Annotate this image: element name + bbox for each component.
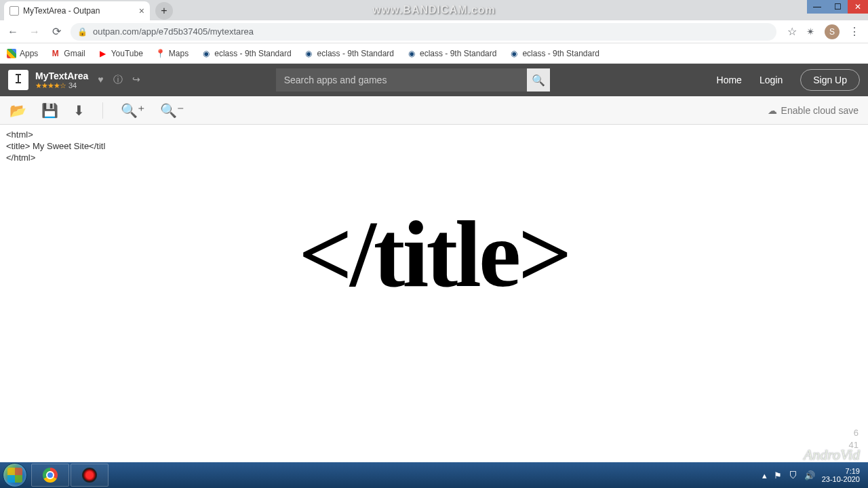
app-logo[interactable] (8, 70, 28, 90)
rating-count: 34 (68, 81, 77, 89)
tray-network-icon[interactable]: ⛉ (789, 470, 797, 481)
open-file-icon[interactable]: 📂 (9, 102, 26, 119)
url-input[interactable]: 🔒 outpan.com/app/e7d5b37405/mytextarea (71, 23, 776, 41)
system-tray: ▴ ⚑ ⛉ 🔊 7:19 23-10-2020 (762, 467, 865, 483)
heart-icon[interactable]: ♥ (98, 74, 103, 86)
toolbar-separator (102, 102, 103, 119)
forward-button[interactable]: → (27, 24, 42, 39)
androvid-watermark: AndroVid (804, 446, 860, 464)
tray-clock[interactable]: 7:19 23-10-2020 (822, 467, 860, 483)
taskbar-recorder[interactable] (71, 464, 108, 487)
eclass-icon: ◉ (304, 48, 314, 58)
app-title: MyTextArea (35, 70, 88, 81)
rating-stars: ★★★★☆ (35, 81, 66, 90)
bookmark-maps[interactable]: 📍Maps (155, 48, 189, 58)
bookmark-label: eclass - 9th Standard (420, 49, 496, 58)
apps-icon (7, 49, 16, 58)
cloud-save-toggle[interactable]: ☁ Enable cloud save (768, 105, 859, 116)
eclass-icon: ◉ (201, 48, 211, 58)
nav-home[interactable]: Home (717, 75, 742, 85)
tab-close-icon[interactable]: × (139, 5, 144, 16)
bookmark-label: Gmail (64, 49, 85, 58)
lock-icon: 🔒 (77, 27, 87, 37)
cloud-icon: ☁ (768, 105, 777, 116)
tray-time: 7:19 (822, 467, 860, 475)
bookmark-eclass-3[interactable]: ◉eclass - 9th Standard (406, 48, 496, 58)
window-close-button[interactable]: ✕ (848, 0, 868, 14)
browser-address-bar: ← → ⟳ 🔒 outpan.com/app/e7d5b37405/mytext… (0, 20, 868, 43)
download-icon[interactable]: ⬇ (73, 102, 85, 119)
tab-favicon (9, 6, 19, 16)
youtube-icon: ▶ (98, 48, 108, 58)
editor-toolbar: 📂 💾 ⬇ 🔍⁺ 🔍⁻ ☁ Enable cloud save (0, 96, 868, 125)
bookmark-label: Apps (20, 49, 38, 58)
maps-icon: 📍 (155, 48, 165, 58)
record-icon (82, 468, 97, 483)
windows-taskbar: ▴ ⚑ ⛉ 🔊 7:19 23-10-2020 (0, 462, 868, 488)
eclass-icon: ◉ (406, 48, 416, 58)
reload-button[interactable]: ⟳ (49, 24, 64, 39)
cursor-line: 6 (849, 427, 859, 439)
zoom-out-icon[interactable]: 🔍⁻ (160, 102, 184, 119)
bandicam-watermark: www.BANDICAM.com (372, 4, 496, 16)
signup-button[interactable]: Sign Up (800, 69, 860, 91)
info-icon[interactable]: ⓘ (113, 74, 123, 86)
editor-content[interactable]: <html> <title> My Sweet Site</titl </htm… (0, 125, 868, 167)
zoom-in-icon[interactable]: 🔍⁺ (121, 102, 145, 119)
nav-login[interactable]: Login (760, 75, 783, 85)
tray-show-hidden-icon[interactable]: ▴ (762, 470, 767, 481)
tray-action-center-icon[interactable]: ⚑ (774, 470, 782, 481)
bookmark-eclass-1[interactable]: ◉eclass - 9th Standard (201, 48, 291, 58)
bookmark-youtube[interactable]: ▶YouTube (98, 48, 143, 58)
code-line: </html> (6, 152, 35, 163)
bookmark-eclass-2[interactable]: ◉eclass - 9th Standard (304, 48, 394, 58)
overlay-big-text: </title> (298, 199, 570, 308)
bookmark-label: eclass - 9th Standard (522, 49, 599, 58)
chrome-icon (43, 468, 58, 483)
bookmark-star-icon[interactable]: ☆ (787, 25, 797, 38)
search-button[interactable]: 🔍 (527, 68, 550, 92)
app-header: MyTextArea ★★★★☆ 34 ♥ ⓘ ↪ 🔍 Home Login S… (0, 64, 868, 96)
gmail-icon: M (50, 48, 60, 58)
save-icon[interactable]: 💾 (41, 102, 58, 119)
tray-volume-icon[interactable]: 🔊 (804, 470, 815, 481)
window-maximize-button[interactable]: ☐ (827, 0, 848, 14)
search-icon: 🔍 (532, 74, 545, 87)
bookmark-eclass-4[interactable]: ◉eclass - 9th Standard (509, 48, 599, 58)
search-input[interactable] (276, 68, 527, 92)
extensions-icon[interactable]: ✴ (806, 26, 815, 38)
bookmark-label: Maps (169, 49, 189, 58)
bookmark-label: eclass - 9th Standard (214, 49, 291, 58)
taskbar-chrome[interactable] (31, 464, 69, 487)
bookmark-label: YouTube (111, 49, 143, 58)
profile-avatar[interactable]: S (825, 24, 840, 39)
bookmark-gmail[interactable]: MGmail (50, 48, 85, 58)
new-tab-button[interactable]: + (155, 2, 173, 20)
bookmarks-bar: Apps MGmail ▶YouTube 📍Maps ◉eclass - 9th… (0, 43, 868, 64)
code-line: <html> (6, 129, 33, 140)
bookmark-label: eclass - 9th Standard (317, 49, 394, 58)
tab-title: MyTextArea - Outpan (23, 6, 100, 16)
start-button[interactable] (3, 463, 27, 487)
back-button[interactable]: ← (5, 24, 20, 39)
browser-menu-icon[interactable]: ⋮ (849, 25, 860, 38)
share-icon[interactable]: ↪ (132, 74, 140, 86)
url-text: outpan.com/app/e7d5b37405/mytextarea (93, 26, 254, 37)
tray-date: 23-10-2020 (822, 475, 860, 483)
browser-tab[interactable]: MyTextArea - Outpan × (4, 1, 150, 20)
cloud-save-label: Enable cloud save (781, 105, 859, 116)
bookmark-apps[interactable]: Apps (7, 49, 38, 58)
window-minimize-button[interactable]: — (807, 0, 827, 14)
code-line: <title> My Sweet Site</titl (6, 141, 105, 151)
text-editor[interactable]: <html> <title> My Sweet Site</titl </htm… (0, 125, 868, 457)
eclass-icon: ◉ (509, 48, 519, 58)
